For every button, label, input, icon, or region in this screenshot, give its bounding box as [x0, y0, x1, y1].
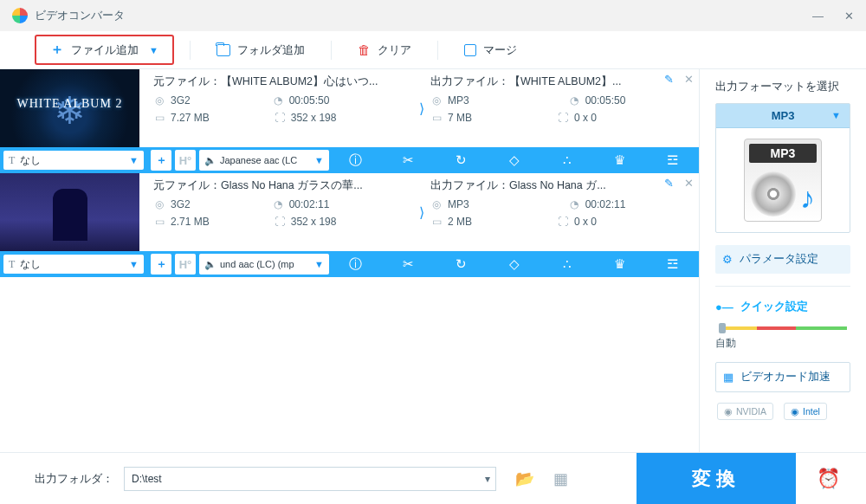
rotate-button[interactable]: ↻ [446, 152, 477, 168]
source-dimensions: 352 x 198 [291, 216, 337, 228]
folder-icon: ▭ [153, 216, 165, 228]
add-subtitle-button[interactable]: ＋ [151, 254, 171, 275]
gpu-nvidia-chip: ◉NVIDIA [717, 403, 773, 420]
speaker-icon: 🔈 [204, 259, 216, 270]
subtitle-selector[interactable]: Tなし▼ [3, 151, 144, 170]
rotate-button[interactable]: ↻ [446, 256, 477, 272]
top-toolbar: ＋ ファイル追加 ▼ フォルダ追加 🗑 クリア マージ [0, 31, 866, 69]
dimensions-icon: ⛶ [274, 112, 286, 124]
subtitle-selector[interactable]: Tなし▼ [3, 255, 144, 274]
source-file-name: Glass No Hana ガラスの華... [221, 179, 363, 191]
h-icon: H° [179, 154, 192, 167]
subtitle-edit-button[interactable]: ☲ [657, 256, 688, 272]
source-dimensions: 352 x 198 [291, 112, 337, 124]
add-folder-button[interactable]: フォルダ追加 [203, 38, 319, 62]
output-file-name: 【WHITE ALBUM2】... [509, 75, 622, 87]
parameter-settings-button[interactable]: ⚙ パラメータ設定 [715, 245, 850, 274]
container-icon: ◎ [153, 198, 165, 210]
output-file-name: Glass No Hana ガ... [509, 179, 606, 191]
crop-button[interactable]: ◇ [499, 152, 530, 168]
clear-button[interactable]: 🗑 クリア [344, 38, 425, 62]
clock-icon: ◔ [272, 198, 284, 210]
output-dimensions: 0 x 0 [574, 112, 597, 124]
gpu-accel-label: ビデオカード加速 [740, 370, 830, 384]
clock-icon: ◔ [272, 94, 284, 107]
remove-item-button[interactable]: ✕ [684, 73, 694, 86]
effects-button[interactable]: ∴ [552, 152, 583, 168]
convert-button[interactable]: 変換 [637, 453, 796, 505]
remove-item-button[interactable]: ✕ [684, 177, 694, 190]
close-button[interactable]: ✕ [844, 10, 854, 23]
conversion-list: ❄ WHITE ALBUM 2 元ファイル：【WHITE ALBUM2】心はいつ… [0, 69, 700, 452]
add-file-button[interactable]: ＋ ファイル追加 ▼ [35, 35, 174, 65]
sliders-icon: ⚙ [722, 253, 733, 266]
container-icon: ◎ [430, 94, 443, 107]
slider-knob[interactable] [719, 323, 726, 333]
output-format-selector[interactable]: MP3 ▼ MP3 ♪ [715, 103, 850, 233]
rename-button[interactable]: ✎ [664, 177, 674, 190]
watermark-button[interactable]: ♛ [604, 152, 636, 168]
quality-slider[interactable] [719, 326, 847, 330]
effects-button[interactable]: ∴ [552, 256, 583, 272]
list-item: ❄ WHITE ALBUM 2 元ファイル：【WHITE ALBUM2】心はいつ… [0, 69, 699, 173]
audio-value: und aac (LC) (mp [220, 259, 294, 269]
video-thumbnail[interactable]: ❄ WHITE ALBUM 2 [0, 69, 139, 147]
video-thumbnail[interactable] [0, 173, 139, 251]
trash-icon: 🗑 [358, 42, 371, 57]
quick-settings-header: ●— クイック設定 [715, 299, 850, 314]
trim-button[interactable]: ✂ [393, 256, 424, 272]
crop-button[interactable]: ◇ [499, 256, 530, 272]
separator [437, 41, 438, 60]
open-output-button[interactable]: ▦ [553, 469, 568, 488]
clock-icon: ◔ [568, 94, 580, 107]
rename-button[interactable]: ✎ [664, 73, 674, 86]
bullet-icon: ●— [715, 300, 734, 313]
add-subtitle-button[interactable]: ＋ [151, 150, 171, 171]
format-header: 出力フォーマットを選択 [715, 80, 850, 94]
schedule-button[interactable]: ⏰ [817, 468, 840, 490]
nvidia-label: NVIDIA [736, 406, 766, 417]
merge-label: マージ [483, 42, 517, 58]
arrow-right-icon: ⟩ [413, 74, 430, 142]
add-file-label: ファイル追加 [71, 42, 139, 58]
format-icon: MP3 ♪ [716, 128, 850, 232]
quick-settings-label: クイック設定 [740, 299, 808, 314]
thumb-art-text: WHITE ALBUM 2 [17, 97, 123, 111]
audio-track-selector[interactable]: 🔈und aac (LC) (mp▼ [199, 254, 329, 275]
output-file-prefix: 出力ファイル： [430, 179, 509, 191]
source-size: 7.27 MB [171, 112, 210, 124]
output-folder-input[interactable]: D:\test ▾ [124, 467, 496, 491]
chevron-down-icon: ▼ [129, 155, 139, 165]
browse-folder-button[interactable]: 📂 [515, 469, 534, 488]
dimensions-icon: ⛶ [557, 216, 569, 228]
media-info-button[interactable]: ⓘ [340, 256, 372, 273]
parameter-settings-label: パラメータ設定 [740, 252, 818, 267]
gpu-intel-chip: ◉Intel [784, 403, 827, 420]
subtitle-style-button[interactable]: H° [175, 254, 196, 275]
folder-icon: ▭ [430, 216, 443, 228]
chevron-down-icon: ▼ [314, 155, 324, 165]
subtitle-edit-button[interactable]: ☲ [657, 152, 688, 168]
slider-mode-label: 自動 [715, 337, 850, 350]
subtitle-value: なし [20, 257, 41, 272]
audio-track-selector[interactable]: 🔈Japanese aac (LC▼ [199, 150, 329, 171]
speaker-icon: 🔈 [204, 155, 216, 166]
media-info-button[interactable]: ⓘ [340, 152, 372, 169]
subtitle-value: なし [20, 153, 41, 168]
folder-icon: ▭ [153, 112, 165, 124]
chevron-down-icon: ▼ [149, 45, 158, 55]
clock-icon: ◔ [568, 198, 580, 210]
watermark-button[interactable]: ♛ [604, 256, 636, 272]
side-panel: 出力フォーマットを選択 MP3 ▼ MP3 ♪ ⚙ パラメータ設定 ●— クイッ… [700, 69, 866, 452]
subtitle-style-button[interactable]: H° [175, 150, 196, 171]
arrow-right-icon: ⟩ [413, 178, 430, 246]
audio-value: Japanese aac (LC [220, 155, 297, 165]
convert-label: 変換 [692, 466, 740, 492]
gpu-accel-button[interactable]: ▦ ビデオカード加速 [715, 362, 850, 392]
subtitle-icon: T [9, 258, 15, 271]
divider [715, 286, 850, 287]
source-duration: 00:02:11 [289, 198, 330, 210]
trim-button[interactable]: ✂ [393, 152, 424, 168]
merge-button[interactable]: マージ [450, 38, 531, 62]
minimize-button[interactable]: — [812, 10, 824, 23]
